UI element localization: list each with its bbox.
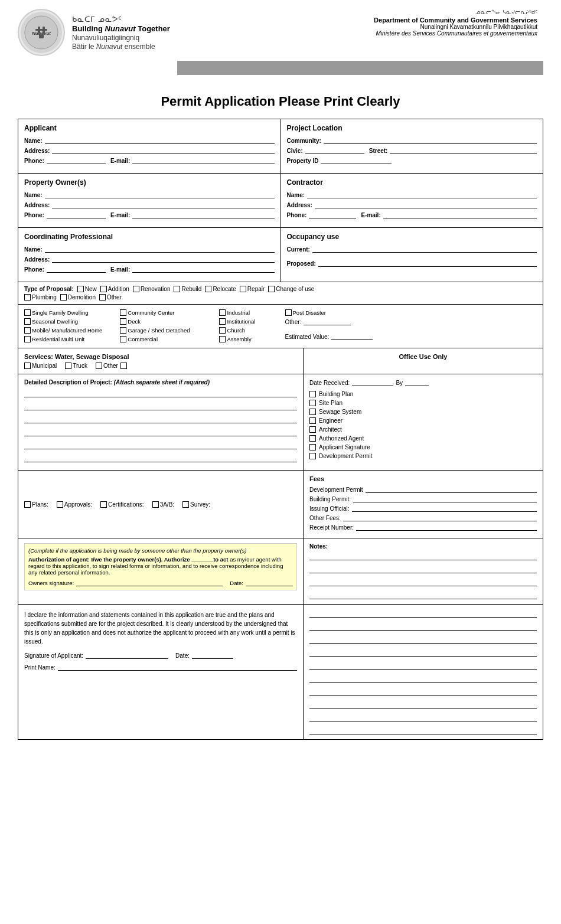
cb-community-center-box[interactable] [120, 309, 126, 316]
print-name-field[interactable] [58, 664, 297, 671]
cb-rebuild[interactable] [174, 286, 180, 292]
detail-line-6[interactable] [24, 454, 297, 462]
cb-engineer[interactable] [309, 417, 316, 424]
contractor-phone-field[interactable] [309, 211, 356, 218]
decl-notes-line-10[interactable] [309, 726, 537, 734]
cb-church-box[interactable] [219, 327, 226, 334]
decl-notes-line-8[interactable] [309, 700, 537, 708]
owner-phone-field[interactable] [47, 211, 106, 218]
cb-new[interactable] [77, 286, 84, 292]
cb-commercial-box[interactable] [120, 336, 126, 342]
decl-notes-line-5[interactable] [309, 661, 537, 670]
community-field[interactable] [324, 137, 537, 144]
cb-survey[interactable] [182, 501, 189, 508]
cb-garage-box[interactable] [120, 327, 126, 334]
decl-date-field[interactable] [192, 652, 233, 659]
estimated-value-field[interactable] [331, 333, 373, 340]
cb-repair[interactable] [240, 286, 246, 292]
email-field[interactable] [132, 157, 274, 164]
cb-renovation[interactable] [133, 286, 139, 292]
notes-line-3[interactable] [309, 578, 537, 586]
cb-municipal-box[interactable] [24, 363, 31, 369]
cb-institutional-box[interactable] [219, 318, 226, 325]
cb-seasonal-box[interactable] [24, 318, 31, 325]
cb-3ab[interactable] [152, 501, 159, 508]
cb-truck-box[interactable] [65, 363, 71, 369]
detail-line-3[interactable] [24, 415, 297, 423]
detail-line-2[interactable] [24, 402, 297, 410]
by-field[interactable] [405, 379, 429, 386]
cb-sewage-system[interactable] [309, 409, 316, 415]
sig-of-applicant-field[interactable] [86, 652, 168, 659]
street-field[interactable] [390, 147, 537, 154]
property-id-row: Property ID [287, 157, 537, 164]
coord-phone-field[interactable] [47, 266, 106, 273]
coord-address-row: Address: [24, 256, 275, 263]
cb-building-plan[interactable] [309, 391, 316, 397]
notes-line-1[interactable] [309, 552, 537, 560]
checkbox-relocate: Relocate [205, 286, 236, 292]
cb-change-of-use[interactable] [268, 286, 275, 292]
auth-date-field[interactable] [246, 579, 293, 586]
date-received-field[interactable] [352, 379, 393, 386]
decl-notes-line-3[interactable] [309, 635, 537, 644]
cb-architect[interactable] [309, 426, 316, 433]
cb-certifications[interactable] [100, 501, 107, 508]
decl-notes-line-4[interactable] [309, 648, 537, 657]
receipt-number-field[interactable] [356, 524, 537, 531]
cb-site-plan[interactable] [309, 400, 316, 406]
cb-single-family-box[interactable] [24, 309, 31, 316]
contractor-email-field[interactable] [383, 211, 537, 218]
cb-plumbing[interactable] [24, 294, 31, 301]
issuing-official-field[interactable] [352, 505, 537, 512]
contractor-name-field[interactable] [307, 191, 537, 198]
coord-address-field[interactable] [52, 256, 274, 263]
contractor-address-field[interactable] [315, 201, 537, 208]
notes-line-4[interactable] [309, 591, 537, 599]
cb-residential-multi-box[interactable] [24, 336, 31, 342]
cb-other-service-box[interactable] [96, 363, 102, 369]
property-id-field[interactable] [321, 157, 392, 164]
owners-sig-field[interactable] [76, 579, 223, 586]
cb-industrial-box[interactable] [219, 309, 226, 316]
coord-name-field[interactable] [45, 246, 275, 253]
civic-field[interactable] [305, 147, 364, 154]
owner-address-field[interactable] [52, 201, 274, 208]
detail-line-1[interactable] [24, 389, 297, 397]
cb-mobile-home-box[interactable] [24, 327, 31, 334]
decl-notes-line-6[interactable] [309, 674, 537, 683]
cb-applicant-signature[interactable] [309, 444, 316, 450]
cb-deck-box[interactable] [120, 318, 126, 325]
other-building-field[interactable] [304, 318, 351, 325]
other-fees-field[interactable] [343, 514, 537, 521]
cb-addition[interactable] [100, 286, 107, 292]
decl-notes-line-1[interactable] [309, 609, 537, 618]
development-permit-fee-field[interactable] [366, 486, 537, 493]
detail-line-5[interactable] [24, 441, 297, 449]
coord-email-field[interactable] [132, 266, 274, 273]
address-field[interactable] [52, 147, 274, 154]
decl-notes-line-2[interactable] [309, 622, 537, 631]
decl-notes-line-9[interactable] [309, 713, 537, 721]
cb-relocate[interactable] [205, 286, 211, 292]
cb-other-service-box2[interactable] [120, 363, 127, 369]
owner-email-field[interactable] [132, 211, 274, 218]
proposed-use-field[interactable] [318, 260, 537, 267]
owner-name-field[interactable] [45, 191, 275, 198]
building-permit-fee-field[interactable] [353, 495, 537, 502]
coord-address-label: Address: [24, 256, 50, 263]
cb-authorized-agent[interactable] [309, 435, 316, 442]
cb-approvals[interactable] [57, 501, 63, 508]
cb-post-disaster-box[interactable] [285, 309, 292, 316]
name-field[interactable] [45, 137, 275, 144]
detail-line-4[interactable] [24, 428, 297, 436]
phone-field[interactable] [47, 157, 106, 164]
notes-line-2[interactable] [309, 565, 537, 573]
decl-notes-line-7[interactable] [309, 687, 537, 696]
cb-development-permit[interactable] [309, 453, 316, 459]
current-use-field[interactable] [312, 246, 537, 253]
cb-other-proposal[interactable] [99, 294, 106, 301]
cb-plans[interactable] [24, 501, 31, 508]
cb-demolition[interactable] [60, 294, 67, 301]
cb-assembly-box[interactable] [219, 336, 226, 342]
